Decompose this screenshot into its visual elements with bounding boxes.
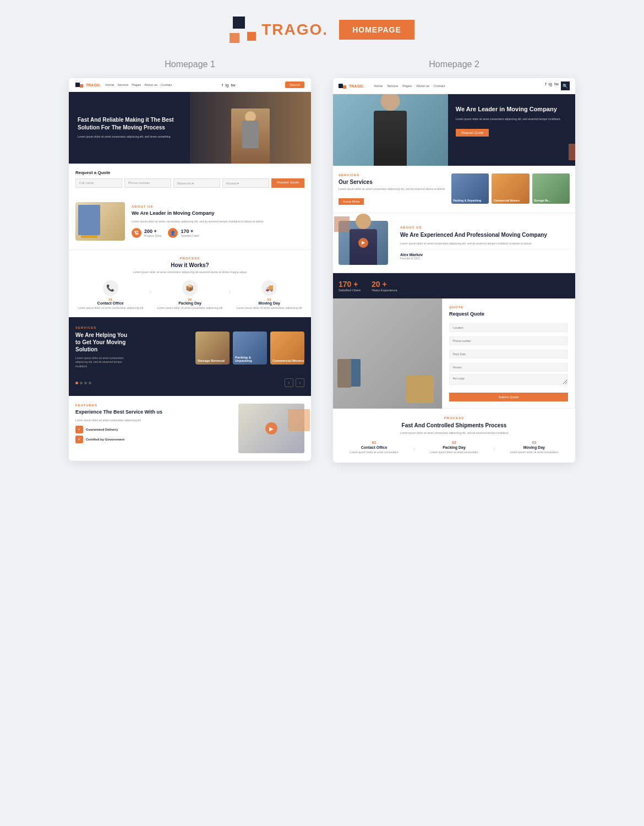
hp1-hero-image [190, 92, 311, 164]
hp1-nav-about[interactable]: About us [144, 83, 157, 86]
hp2-location-field[interactable] [449, 323, 568, 332]
hp1-service-card-3: Commercial Movers [270, 332, 304, 365]
hp2-nav: TRAGO. Home Service Pages About us Conta… [333, 78, 575, 94]
hp2-message-field[interactable] [449, 374, 568, 385]
hp1-stats: 🏗 200 + Projects Done 👤 170 + Satisfied … [132, 228, 304, 238]
hp1-fullname-field[interactable]: Full name [75, 178, 122, 188]
hp1-services-title: We Are Helping You to Get Your Moving So… [75, 332, 133, 353]
hp2-step1-title: Contact Office [339, 445, 410, 449]
hp1-dot-2[interactable] [80, 382, 83, 384]
hp2-facebook-icon: f [545, 81, 547, 90]
hp2-step1-num: 01 [339, 441, 410, 444]
hp1-nav-pages[interactable]: Pages [132, 83, 141, 86]
hp1-hero: Fast And Reliable Making it The Best Sol… [69, 92, 311, 164]
hp1-nav-search-btn[interactable]: Search [285, 81, 304, 88]
hp1-dot-1[interactable] [75, 382, 78, 384]
hp1-stat-projects-text: 200 + Projects Done [144, 229, 161, 237]
hp1-person-img [231, 108, 270, 164]
hp2-about-img-wrap: ▶ [339, 221, 394, 265]
hp2-services-btn[interactable]: Know More [339, 198, 364, 205]
hp1-twitter-icon: tw [231, 83, 236, 88]
hp2-step-3: 03 Moving Day Lorem ipsum dolor sit amet… [499, 441, 570, 455]
hp1-next-arrow[interactable]: › [296, 378, 304, 387]
hp2-services-header: SERVICES Our Services Lorem ipsum dolor … [339, 173, 570, 205]
hp2-nav-pages[interactable]: Pages [402, 84, 412, 88]
hp2-author-name: Alex Markov [400, 253, 570, 257]
hp1-how-desc: Lorem ipsum dolor sit amet consectetur a… [75, 270, 304, 274]
hp1-nav-service[interactable]: Service [117, 83, 128, 86]
hp2-search-btn[interactable]: 🔍 [561, 81, 570, 90]
hp2-instagram-icon: ig [549, 81, 552, 90]
hp2-play-btn[interactable]: ▶ [358, 238, 368, 248]
hp2-nav-home[interactable]: Home [374, 84, 383, 88]
hp1-title: Homepage 1 [69, 59, 311, 69]
hp1-nav-home[interactable]: Home [105, 83, 114, 86]
hp1-services-left: We Are Helping You to Get Your Moving So… [75, 332, 190, 374]
hp2-preview-card: TRAGO. Home Service Pages About us Conta… [333, 78, 575, 463]
hp1-services-dark: SERVICES We Are Helping You to Get Your … [69, 317, 311, 396]
hp1-step3-title: Moving Day [234, 301, 304, 305]
hp1-quote-btn[interactable]: Request Quote [271, 178, 304, 188]
logo-text: TRAGO. [261, 21, 328, 39]
hp2-about-section: ▶ ABOUT US We Are Experienced And Profes… [333, 213, 575, 273]
hp2-about-content: ABOUT US We Are Experienced And Professi… [400, 226, 570, 260]
hp2-nav-service[interactable]: Service [387, 84, 398, 88]
hp2-nav-brand: TRAGO. [349, 84, 364, 88]
hp2-hero-btn[interactable]: Request Quote [456, 129, 489, 137]
homepage2-column: Homepage 2 TRAGO. Home Service Pages Abo… [333, 59, 575, 463]
hp2-stat-1: 170 + Satisfied Client [339, 280, 361, 292]
hp1-feature2-icon: ✓ [75, 436, 83, 443]
hp1-prev-arrow[interactable]: ‹ [285, 378, 293, 387]
hp1-about-title: We Are Leader in Moving Company [132, 210, 304, 217]
hp1-projects-num: 200 + [144, 229, 161, 234]
hp2-nav-logo: TRAGO. [339, 83, 364, 89]
hp2-hero-title: We Are Leader in Moving Company [456, 105, 567, 113]
hp1-hero-text: Fast And Reliable Making it The Best Sol… [69, 107, 202, 148]
hp1-process-label: PROCESS [75, 257, 304, 260]
hp2-logo-sq1 [339, 84, 343, 88]
hp1-nav-contact[interactable]: Contact [161, 83, 172, 86]
homepage-badge[interactable]: HOMEPAGE [339, 20, 414, 40]
hp2-hero: We Are Leader in Moving Company Lorem ip… [333, 94, 575, 166]
hp1-rooms-field[interactable]: Rooms ▾ [222, 178, 269, 188]
hp1-instagram-icon: ig [225, 83, 228, 88]
hp1-sc2-label: Packing & Unpacking [235, 356, 267, 362]
hp1-nav-brand: TRAGO. [86, 83, 101, 87]
hp2-si1-label: Packing & Unpacking [453, 199, 481, 202]
hp1-phone-field[interactable]: Phone number [124, 178, 171, 188]
hp1-stat-projects: 🏗 200 + Projects Done [132, 228, 161, 238]
hp2-nav-about[interactable]: About us [416, 84, 429, 88]
hp2-hero-desc: Lorem ipsum dolor sit amet consectetur a… [456, 117, 567, 122]
logo-area: TRAGO. [230, 17, 328, 43]
hp2-submit-btn[interactable]: Submit Quote [449, 393, 568, 401]
hp1-step-arrow-2: › [228, 287, 231, 296]
hp1-services-desc: Lorem ipsum dolor sit amet consectetur a… [75, 356, 133, 369]
hp2-quote-label: QUOTE [449, 306, 568, 309]
hp2-packdate-field[interactable] [449, 350, 568, 358]
hp2-stat2-label: Years Experience [372, 289, 397, 292]
hp1-sc1-label: Storage Removal [198, 359, 225, 362]
hp1-stat-clients: 👤 170 + Satisfied Client [168, 228, 199, 238]
hp2-step3-desc: Lorem ipsum dolor sit amet consectetur [499, 450, 570, 455]
hp2-services-title-area: SERVICES Our Services Lorem ipsum dolor … [339, 173, 445, 205]
hp2-nav-contact[interactable]: Contact [434, 84, 445, 88]
hp2-step2-title: Packing Day [418, 445, 489, 449]
hp2-accent-decor [569, 144, 575, 160]
hp1-projects-label: Projects Done [144, 234, 161, 237]
hp2-service-images: Packing & Unpacking Commercial Movers St… [451, 173, 570, 204]
hp2-step2-num: 02 [418, 441, 489, 444]
hp2-nav-icons: f ig tw 🔍 [545, 81, 570, 90]
hp2-phone-field[interactable] [449, 336, 568, 345]
hp1-feature1-label: Guaranteed Delivery [86, 428, 118, 431]
hp1-dot-3[interactable] [84, 382, 87, 384]
hp1-feature1-icon: ✓ [75, 426, 83, 433]
hp2-si2-label: Commercial Movers [493, 199, 520, 202]
hp1-step-1: 📞 01 Contact Office Lorem ipsum dolor si… [75, 280, 146, 311]
hp2-rooms-field[interactable] [449, 363, 568, 372]
hp1-step2-icon: 📦 [182, 280, 198, 296]
hp1-play-button[interactable]: ▶ [265, 422, 277, 434]
hp1-maximum-field[interactable]: Maximum ▾ [173, 178, 220, 188]
hp2-shipments-header: PROCESS Fast And Controlled Shipments Pr… [339, 416, 570, 436]
hp2-quote-title: Request Quote [449, 311, 568, 317]
hp1-dot-4[interactable] [89, 382, 91, 384]
